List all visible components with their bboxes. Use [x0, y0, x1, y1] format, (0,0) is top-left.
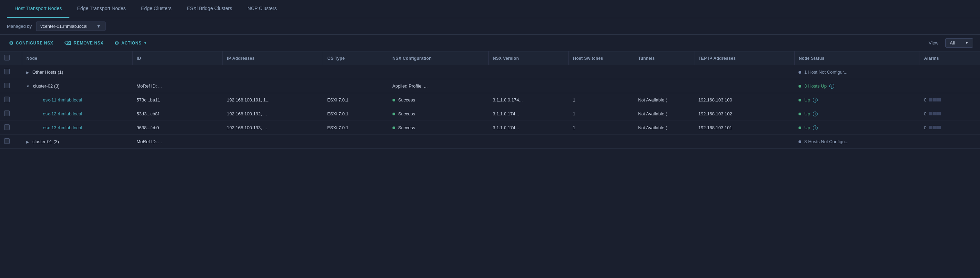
cell-os: [323, 135, 388, 149]
actions-label: ACTIONS: [121, 41, 142, 46]
cell-node-status: 3 Hosts Up i: [794, 79, 920, 93]
info-icon[interactable]: i: [813, 97, 818, 102]
top-navigation: Host Transport Nodes Edge Transport Node…: [0, 0, 980, 18]
status-dot-green: [799, 85, 801, 88]
row-checkbox[interactable]: [4, 97, 10, 102]
cell-alarms: [920, 135, 980, 149]
host-link[interactable]: esx-13.rhmlab.local: [43, 125, 82, 130]
cell-id: MoRef ID: ...: [132, 135, 223, 149]
info-icon[interactable]: i: [829, 84, 834, 89]
cell-tunnels: Not Available (: [634, 107, 694, 121]
cell-nsx-config: Applied Profile: ...: [388, 79, 488, 93]
cell-node: ▶ Other Hosts (1): [22, 66, 132, 79]
cell-node-status: Up i: [794, 121, 920, 135]
cell-nsx-version: [488, 135, 569, 149]
view-dropdown[interactable]: All ▼: [945, 38, 973, 48]
tab-esxi-bridge-clusters[interactable]: ESXi Bridge Clusters: [179, 0, 240, 18]
cell-os: ESXi 7.0.1: [323, 107, 388, 121]
chevron-down-icon: ▼: [97, 24, 101, 29]
cell-alarms: [920, 79, 980, 93]
cell-nsx-config: Success: [388, 107, 488, 121]
cell-nsx-config: Success: [388, 121, 488, 135]
cell-os: ESXi 7.0.1: [323, 121, 388, 135]
cell-tunnels: [634, 79, 694, 93]
cell-id: 573c...ba11: [132, 93, 223, 107]
cell-nsx-version: 3.1.1.0.174...: [488, 107, 569, 121]
table-row: esx-11.rhmlab.local 573c...ba11 192.168.…: [0, 93, 980, 107]
tab-ncp-clusters[interactable]: NCP Clusters: [240, 0, 285, 18]
info-icon[interactable]: i: [813, 125, 818, 130]
info-icon[interactable]: i: [813, 112, 818, 117]
row-checkbox[interactable]: [4, 110, 10, 116]
tab-edge-clusters[interactable]: Edge Clusters: [133, 0, 179, 18]
expand-icon[interactable]: ▼: [26, 85, 30, 88]
cell-tep: [694, 79, 794, 93]
row-checkbox[interactable]: [4, 125, 10, 130]
expand-icon[interactable]: ▶: [26, 140, 29, 144]
cell-tunnels: [634, 135, 694, 149]
settings-icon: ⚙: [115, 40, 119, 46]
cell-os: [323, 79, 388, 93]
cell-id: 53d3...cb8f: [132, 107, 223, 121]
cell-host-switches: [569, 66, 634, 79]
tab-edge-transport-nodes[interactable]: Edge Transport Nodes: [69, 0, 133, 18]
header-os: OS Type: [323, 51, 388, 66]
status-dot-green: [799, 126, 801, 129]
cell-ip: 192.168.100.192, ...: [223, 107, 323, 121]
cell-node-status: Up i: [794, 93, 920, 107]
cell-node: ▶ cluster-01 (3): [22, 135, 132, 149]
cell-tunnels: [634, 66, 694, 79]
header-id: ID: [132, 51, 223, 66]
actions-button[interactable]: ⚙ ACTIONS ▼: [113, 39, 149, 47]
cell-node-status: Up i: [794, 107, 920, 121]
cell-nsx-version: [488, 79, 569, 93]
row-checkbox[interactable]: [4, 83, 10, 88]
table-row: ▼ cluster-02 (3) MoRef ID: ... Applied P…: [0, 79, 980, 93]
table-row: esx-12.rhmlab.local 53d3...cb8f 192.168.…: [0, 107, 980, 121]
cell-node: esx-11.rhmlab.local: [22, 93, 132, 107]
expand-icon[interactable]: ▶: [26, 70, 29, 74]
status-dot-green: [799, 99, 801, 101]
status-dot-green: [799, 113, 801, 115]
gear-icon: ⚙: [9, 40, 14, 46]
cell-host-switches: [569, 79, 634, 93]
cell-node: esx-13.rhmlab.local: [22, 121, 132, 135]
table-row: esx-13.rhmlab.local 9638...fcb0 192.168.…: [0, 121, 980, 135]
cell-ip: 192.168.100.193, ...: [223, 121, 323, 135]
table-row: ▶ cluster-01 (3) MoRef ID: ... 3 Hosts N…: [0, 135, 980, 149]
status-dot-gray: [799, 71, 801, 73]
header-node-status: Node Status: [794, 51, 920, 66]
cell-tep: [694, 135, 794, 149]
cell-os: ESXi 7.0.1: [323, 93, 388, 107]
cell-ip: [223, 135, 323, 149]
cell-tep: 192.168.103.100: [694, 93, 794, 107]
cell-nsx-version: [488, 66, 569, 79]
cell-host-switches: [569, 135, 634, 149]
host-link[interactable]: esx-12.rhmlab.local: [43, 111, 82, 117]
view-label: View: [929, 40, 939, 46]
managed-by-dropdown[interactable]: vcenter-01.rhmlab.local ▼: [36, 22, 105, 31]
status-dot-green: [393, 126, 395, 129]
header-tep-ip: TEP IP Addresses: [694, 51, 794, 66]
cell-ip: 192.168.100.191, 1...: [223, 93, 323, 107]
cell-alarms: 0: [920, 93, 980, 107]
managed-by-label: Managed by: [7, 24, 32, 29]
cell-id: MoRef ID: ...: [132, 79, 223, 93]
cell-ip: [223, 79, 323, 93]
configure-nsx-button[interactable]: ⚙ CONFIGURE NSX: [7, 39, 55, 47]
header-checkbox[interactable]: [0, 51, 22, 66]
cell-tunnels: Not Available (: [634, 121, 694, 135]
select-all-checkbox[interactable]: [4, 55, 10, 61]
header-node: Node: [22, 51, 132, 66]
view-value: All: [950, 40, 955, 46]
row-checkbox[interactable]: [4, 138, 10, 144]
tab-host-transport-nodes[interactable]: Host Transport Nodes: [7, 0, 69, 18]
cell-node: ▼ cluster-02 (3): [22, 79, 132, 93]
cell-nsx-config: Success: [388, 93, 488, 107]
header-tunnels: Tunnels: [634, 51, 694, 66]
remove-nsx-button[interactable]: ⌫ REMOVE NSX: [62, 39, 105, 47]
cell-tunnels: Not Available (: [634, 93, 694, 107]
header-nsx-version: NSX Version: [488, 51, 569, 66]
host-link[interactable]: esx-11.rhmlab.local: [43, 97, 82, 102]
row-checkbox[interactable]: [4, 69, 10, 74]
